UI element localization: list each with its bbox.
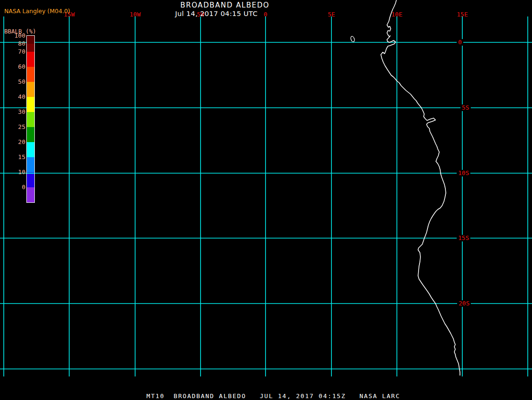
colorbar-tick-label: 50 (8, 79, 25, 85)
parallel-line-overlay (27, 173, 34, 174)
colorbar-segment (27, 82, 34, 97)
albedo-map-viewport: 15W10W5W05E10E15E 05S10S15S20S NASA Lang… (0, 0, 532, 400)
colorbar-tick-label: 40 (8, 94, 25, 100)
longitude-label: 10E (391, 11, 402, 17)
colorbar-tick-label: 30 (8, 109, 25, 115)
coastline-path (381, 0, 460, 376)
colorbar (26, 35, 35, 203)
credit-label: NASA Langley (M04.0) (4, 8, 70, 15)
colorbar-tick-label: 25 (8, 124, 25, 130)
timestamp-label: Jul 14, 2017 04:15 UTC (175, 10, 258, 17)
colorbar-segment (27, 142, 34, 157)
colorbar-segment (27, 187, 34, 202)
longitude-label: 10W (129, 11, 140, 17)
colorbar-tick-label: 10 (8, 169, 25, 176)
island-outline (350, 36, 355, 42)
colorbar-segment (27, 36, 34, 44)
longitude-label: 5E (328, 11, 335, 17)
latitude-label: 5S (460, 104, 471, 111)
colorbar-tick-label: 70 (8, 48, 25, 55)
longitude-label: 0 (264, 11, 267, 17)
map-canvas (0, 0, 532, 400)
colorbar-tick-label: 80 (8, 40, 25, 47)
colorbar-segment (27, 127, 34, 142)
longitude-label: 15E (457, 11, 468, 17)
latitude-label: 10S (457, 170, 470, 176)
latitude-label: 20S (457, 300, 471, 307)
colorbar-segment (27, 112, 34, 127)
footer-caption: MT10 BROADBAND ALBEDO JUL 14, 2017 04:15… (146, 392, 400, 400)
colorbar-segment (27, 157, 34, 172)
colorbar-segment (27, 44, 34, 52)
colorbar-tick-label: 20 (8, 139, 25, 145)
colorbar-tick-label: 100 (8, 32, 25, 39)
colorbar-tick-label: 15 (8, 154, 25, 160)
page-title: BROADBAND ALBEDO (180, 1, 270, 9)
colorbar-tick-label: 0 (8, 184, 25, 191)
colorbar-segment (27, 67, 34, 82)
colorbar-segment (27, 97, 34, 112)
colorbar-tick-label: 60 (8, 64, 25, 70)
latitude-label: 15S (457, 235, 470, 241)
latitude-label: 0 (457, 39, 463, 46)
colorbar-segment (27, 172, 34, 187)
colorbar-segment (27, 52, 34, 67)
